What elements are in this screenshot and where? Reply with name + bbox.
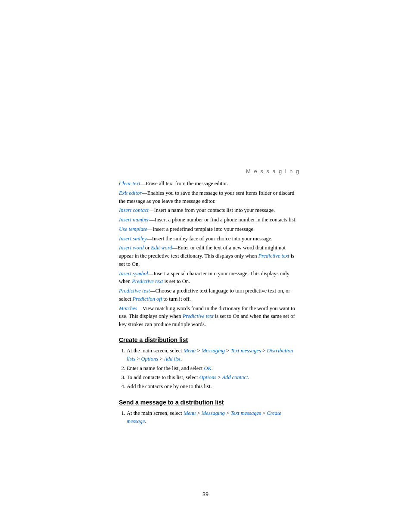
menu-link2[interactable]: Menu (184, 410, 196, 416)
use-template-block: Use template—Insert a predefined templat… (119, 225, 300, 233)
step1-text-before: At the main screen, select (127, 348, 184, 354)
options-link1[interactable]: Options (141, 356, 158, 362)
create-distribution-list-heading: Create a distribution list (119, 336, 300, 343)
send-step1-sep3: > (261, 410, 267, 416)
insert-number-block: Insert number—Insert a phone number or f… (119, 216, 300, 224)
clear-text-link[interactable]: Clear text (119, 180, 140, 187)
list-item: At the main screen, select Menu > Messag… (127, 409, 300, 426)
predictive-text-body2: to turn it off. (162, 296, 191, 302)
insert-smiley-body: —Insert the smiley face of your choice i… (146, 236, 272, 242)
add-list-link[interactable]: Add list (164, 356, 181, 362)
content-area: M e s s a g i n g Clear text—Erase all t… (119, 168, 300, 428)
predictive-text-block: Predictive text—Choose a predictive text… (119, 287, 300, 303)
send-step1-sep1: > (196, 410, 201, 416)
insert-smiley-link[interactable]: Insert smiley (119, 236, 146, 242)
list-item: Add the contacts one by one to this list… (127, 383, 300, 391)
messaging-link2[interactable]: Messaging (202, 410, 225, 416)
add-contact-link[interactable]: Add contact (222, 374, 248, 380)
options-link2[interactable]: Options (199, 374, 217, 380)
insert-number-link[interactable]: Insert number (119, 217, 149, 223)
insert-word-block: Insert word or Edit word—Enter or edit t… (119, 244, 300, 268)
list-item: Enter a name for the list, and select OK… (127, 364, 300, 373)
text-messages-link1[interactable]: Text messages (230, 348, 261, 354)
create-distribution-list-steps: At the main screen, select Menu > Messag… (127, 347, 300, 391)
step1-text-after: . (181, 356, 182, 362)
step4-text: Add the contacts one by one to this list… (127, 383, 212, 389)
list-item: To add contacts to this list, select Opt… (127, 373, 300, 382)
ok-link[interactable]: OK (204, 365, 211, 371)
section-header: M e s s a g i n g (119, 168, 300, 174)
page-number: 39 (202, 492, 209, 498)
send-step1-text-before: At the main screen, select (127, 410, 184, 416)
send-message-heading: Send a message to a distribution list (119, 399, 300, 406)
exit-editor-block: Exit editor—Enables you to save the mess… (119, 189, 300, 205)
insert-word-link[interactable]: Insert word (119, 245, 144, 251)
clear-text-body: —Erase all text from the message editor. (140, 180, 228, 187)
send-message-steps: At the main screen, select Menu > Messag… (127, 409, 300, 426)
send-step1-sep2: > (225, 410, 230, 416)
predictive-text-link3[interactable]: Predictive text (119, 288, 150, 294)
exit-editor-link[interactable]: Exit editor (119, 190, 142, 196)
insert-smiley-block: Insert smiley—Insert the smiley face of … (119, 235, 300, 243)
insert-symbol-link[interactable]: Insert symbol (119, 271, 148, 277)
insert-symbol-block: Insert symbol—Insert a special character… (119, 270, 300, 286)
matches-link[interactable]: Matches (119, 305, 137, 311)
step3-sep1: > (216, 374, 222, 380)
predictive-text-link4[interactable]: Predictive text (183, 313, 214, 319)
messaging-link1[interactable]: Messaging (202, 348, 225, 354)
matches-block: Matches—View matching words found in the… (119, 305, 300, 329)
step2-text-before: Enter a name for the list, and select (127, 365, 204, 371)
insert-contact-body: —Insert a name from your contacts list i… (149, 207, 275, 213)
insert-contact-block: Insert contact—Insert a name from your c… (119, 206, 300, 215)
insert-symbol-body2: is set to On. (163, 278, 190, 284)
step3-text-after: . (248, 374, 249, 380)
step1-sep2: > (225, 348, 230, 354)
insert-contact-link[interactable]: Insert contact (119, 207, 149, 213)
step1-sep1: > (196, 348, 201, 354)
step2-text-after: . (212, 365, 213, 371)
predictive-text-link1[interactable]: Predictive text (258, 253, 290, 259)
step1-sep3: > (261, 348, 267, 354)
text-messages-link2[interactable]: Text messages (230, 410, 261, 416)
use-template-body: —Insert a predefined template into your … (147, 226, 255, 232)
insert-word-or: or (144, 245, 151, 251)
predictive-text-link2[interactable]: Predictive text (132, 278, 163, 284)
prediction-off-link[interactable]: Prediction off (133, 296, 162, 302)
step1-sep4: > (135, 356, 141, 362)
edit-word-link[interactable]: Edit word (151, 245, 172, 251)
list-item: At the main screen, select Menu > Messag… (127, 347, 300, 364)
step3-text-before: To add contacts to this list, select (127, 374, 199, 380)
menu-link1[interactable]: Menu (184, 348, 196, 354)
clear-text-block: Clear text—Erase all text from the messa… (119, 180, 300, 188)
step1-sep5: > (158, 356, 164, 362)
insert-number-body: —Insert a phone number or find a phone n… (149, 217, 296, 223)
send-step1-text-after: . (145, 418, 146, 424)
use-template-link[interactable]: Use template (119, 226, 147, 232)
page: M e s s a g i n g Clear text—Erase all t… (0, 0, 411, 532)
exit-editor-body: —Enables you to save the message to your… (119, 190, 294, 204)
